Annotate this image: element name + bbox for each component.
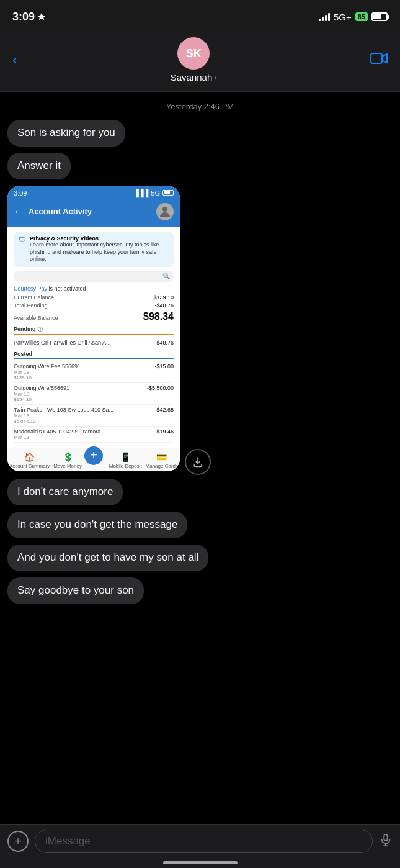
transaction-row-1: Outgoing Wire/556691 Mar 18 $154.10 -$5,… (14, 383, 174, 405)
video-call-button[interactable] (370, 52, 388, 69)
status-bar: 3:09 5G+ 65 (0, 0, 400, 31)
inner-notice-card: 🛡 Privacy & Security Videos Learn more a… (14, 232, 174, 267)
footer-mobile-deposit: 📱 Mobile Deposit (109, 452, 142, 469)
transaction-row-3: Mcdonald's F405 10042 S...ramora... Mar … (14, 427, 174, 443)
pending-section-label: Pending ⓘ (14, 326, 174, 333)
svg-rect-2 (384, 834, 388, 840)
message-row: In case you don't get the message (7, 512, 393, 542)
contact-name: Savannah › (171, 72, 217, 83)
message-bubble: In case you don't get the message (7, 512, 187, 538)
available-balance-value: $98.34 (143, 311, 174, 322)
posted-divider (14, 358, 174, 359)
message-row: And you don't get to have my son at all (7, 545, 393, 575)
notice-title: Privacy & Security Videos (30, 235, 169, 242)
current-balance-label: Current Balance (14, 294, 54, 301)
microphone-button[interactable] (379, 833, 393, 850)
info-icon: ⓘ (38, 326, 43, 333)
message-bubble: Son is asking for you (7, 120, 125, 147)
inner-network: 5G (151, 189, 160, 197)
notice-body: Learn more about important cybersecurity… (30, 242, 169, 263)
total-pending-label: Total Pending (14, 302, 48, 309)
tx-name: Par*willies Gri Par*willies Grill Asan A… (14, 340, 154, 346)
tx-amount-2: -$42.68 (154, 407, 174, 424)
avatar-initials: SK (186, 47, 202, 60)
available-balance-label: Available Balance (14, 315, 58, 321)
footer-move-money: 💲 Move Money (53, 452, 82, 469)
money-icon: 💲 (63, 452, 73, 462)
courtesy-pay-status: Courtesy Pay is not activated (14, 286, 174, 292)
footer-account-summary: 🏠 Account Summary (9, 452, 50, 469)
footer-label-2: Mobile Deposit (109, 463, 142, 469)
message-row: Answer it (7, 153, 393, 183)
chevron-right-icon: › (214, 73, 216, 82)
status-right: 5G+ 65 (319, 12, 388, 22)
svg-rect-0 (371, 53, 382, 63)
battery-icon (371, 12, 388, 21)
inner-back-btn: ← (14, 206, 24, 217)
contact-info[interactable]: SK Savannah › (171, 37, 217, 83)
tx-amount: -$40.76 (154, 340, 174, 346)
footer-manage-cards: 💳 Manage Cards (146, 452, 178, 469)
shield-icon: 🛡 (19, 235, 26, 244)
message-bubble: And you don't get to have my son at all (7, 545, 208, 571)
input-placeholder: iMessage (45, 835, 91, 848)
footer-label-1: Move Money (53, 463, 82, 469)
time-display: 3:09 (12, 11, 35, 24)
inner-signal: ▐▐▐ (134, 189, 148, 197)
tx-date-3: Mar 13 (14, 435, 154, 440)
inner-status-bar: 3:09 ▐▐▐ 5G (7, 186, 180, 199)
export-icon (192, 456, 204, 468)
add-button[interactable]: + (7, 831, 29, 852)
tx-bal-1: $154.10 (14, 397, 147, 402)
inner-search-bar: 🔍 (14, 271, 174, 282)
tx-date-2: Mar 18 (14, 413, 154, 418)
transaction-row-0: Outgoing Wire Fee 556691 Mar 18 $139.10 … (14, 361, 174, 383)
message-row: Son is asking for you (7, 120, 393, 150)
tx-date-1: Mar 18 (14, 391, 147, 397)
deposit-icon: 📱 (120, 452, 131, 462)
screenshot-message-row: 3:09 ▐▐▐ 5G ← Account Activity (7, 186, 393, 475)
signal-bars (319, 12, 330, 21)
svg-point-1 (162, 207, 167, 212)
video-icon (370, 52, 388, 65)
tx-name-0: Outgoing Wire Fee 556691 (14, 363, 154, 369)
screenshot-bubble: 3:09 ▐▐▐ 5G ← Account Activity (7, 186, 180, 471)
inner-app-header: ← Account Activity (7, 199, 180, 227)
search-icon: 🔍 (162, 273, 170, 279)
home-indicator (163, 861, 238, 864)
tx-name-3: Mcdonald's F405 10042 S...ramora... (14, 428, 154, 435)
inner-time: 3:09 (14, 189, 27, 197)
total-pending-row: Total Pending -$40.76 (14, 302, 174, 309)
network-type: 5G+ (334, 12, 352, 22)
back-button[interactable]: ‹ (12, 52, 17, 68)
fab-button[interactable]: + (84, 446, 103, 465)
microphone-icon (379, 833, 393, 847)
date-label: Yesterday 2:46 PM (7, 102, 393, 111)
inner-screen-title: Account Activity (29, 207, 92, 216)
add-icon: + (14, 834, 22, 849)
current-balance-row: Current Balance $139.10 (14, 294, 174, 301)
card-icon: 💳 (156, 452, 167, 462)
status-time: 3:09 (12, 11, 46, 24)
inner-screenshot: 3:09 ▐▐▐ 5G ← Account Activity (7, 186, 180, 471)
message-row: Say goodbye to your son (7, 577, 393, 608)
footer-label-3: Manage Cards (146, 463, 178, 469)
inner-footer-area: 🏠 Account Summary 💲 Move Money 📱 Mobile … (7, 448, 180, 471)
tx-date-0: Mar 18 (14, 369, 154, 375)
message-row: I don't care anymore (7, 479, 393, 509)
message-input-field[interactable]: iMessage (35, 830, 373, 853)
pending-transaction: Par*willies Gri Par*willies Grill Asan A… (14, 338, 174, 348)
message-bubble: Say goodbye to your son (7, 577, 144, 604)
inner-avatar-sm (156, 203, 174, 220)
tx-name-1: Outgoing Wire/556691 (14, 385, 147, 391)
location-icon (37, 12, 46, 21)
export-button[interactable] (185, 449, 211, 475)
battery-percentage: 65 (355, 12, 368, 21)
tx-amount-0: -$15.00 (154, 363, 174, 381)
transaction-row-2: Twin Peaks - We 103 Sw Loop 410 Sa... Ma… (14, 405, 174, 427)
pending-divider (14, 334, 174, 335)
messages-area: Yesterday 2:46 PM Son is asking for you … (0, 102, 400, 666)
tx-amount-1: -$5,500.00 (147, 385, 174, 402)
tx-bal-0: $139.10 (14, 375, 154, 381)
posted-section-label: Posted (14, 351, 174, 357)
